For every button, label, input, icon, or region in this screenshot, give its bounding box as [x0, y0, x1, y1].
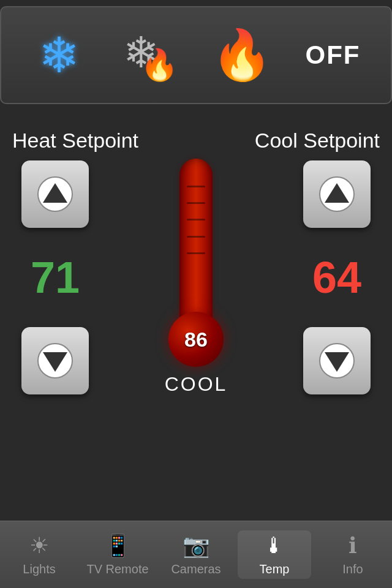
heat-down-button[interactable] [21, 327, 89, 394]
setpoint-labels-row: Heat Setpoint Cool Setpoint [12, 129, 380, 153]
lights-icon: ☀ [29, 533, 49, 559]
off-label: OFF [306, 40, 361, 70]
up-arrow-icon [37, 176, 74, 213]
cool-setpoint-value: 64 [312, 252, 361, 303]
cool-up-arrow-icon [318, 176, 355, 213]
tick-1 [187, 186, 205, 187]
cameras-icon: 📷 [183, 533, 210, 559]
cool-down-arrow-icon [318, 342, 355, 379]
nav-item-info[interactable]: ℹ Info [316, 533, 390, 576]
temp-label: Temp [260, 562, 290, 576]
heat-mode-button[interactable]: 🔥 [205, 18, 279, 92]
thermometer-tube [179, 159, 213, 318]
down-arrow-icon [37, 342, 74, 379]
tick-2 [187, 202, 205, 204]
thermometer-container: 86 COOL [98, 159, 294, 396]
cool-down-button[interactable] [303, 327, 371, 394]
info-icon: ℹ [349, 533, 357, 559]
bottom-nav: ☀ Lights 📱 TV Remote 📷 Cameras 🌡 Temp ℹ … [0, 521, 392, 588]
heat-setpoint-value: 71 [31, 252, 80, 303]
nav-item-lights[interactable]: ☀ Lights [2, 533, 76, 576]
tick-4 [187, 236, 205, 238]
heat-controls: 71 [12, 160, 98, 394]
cool-controls: 64 [294, 160, 380, 394]
controls-area: 71 [12, 159, 380, 396]
cameras-label: Cameras [171, 562, 221, 576]
mode-status-label: COOL [165, 373, 228, 396]
nav-item-temp[interactable]: 🌡 Temp [238, 530, 311, 579]
heat-setpoint-label: Heat Setpoint [12, 129, 138, 153]
current-temperature: 86 [184, 328, 208, 352]
tv-remote-icon: 📱 [104, 533, 132, 559]
thermometer-ticks [179, 171, 213, 269]
tick-3 [187, 219, 205, 221]
tick-5 [187, 252, 205, 254]
lights-label: Lights [23, 562, 55, 576]
cool-mode-button[interactable]: ❄ [23, 18, 96, 92]
main-content: Heat Setpoint Cool Setpoint 71 [0, 110, 392, 402]
mode-selector-bar: ❄ ❄ 🔥 🔥 OFF [0, 6, 392, 104]
cool-setpoint-label: Cool Setpoint [255, 129, 380, 153]
thermometer-bulb: 86 [168, 312, 224, 367]
thermometer: 86 [172, 159, 221, 367]
cool-up-button[interactable] [303, 160, 371, 228]
info-label: Info [342, 562, 363, 576]
heat-cool-mode-button[interactable]: ❄ 🔥 [114, 18, 187, 92]
nav-item-cameras[interactable]: 📷 Cameras [159, 533, 233, 576]
nav-item-tv-remote[interactable]: 📱 TV Remote [81, 533, 154, 576]
heat-up-button[interactable] [21, 160, 89, 228]
tv-remote-label: TV Remote [86, 562, 148, 576]
temp-icon: 🌡 [263, 533, 285, 559]
off-mode-button[interactable]: OFF [296, 18, 370, 92]
